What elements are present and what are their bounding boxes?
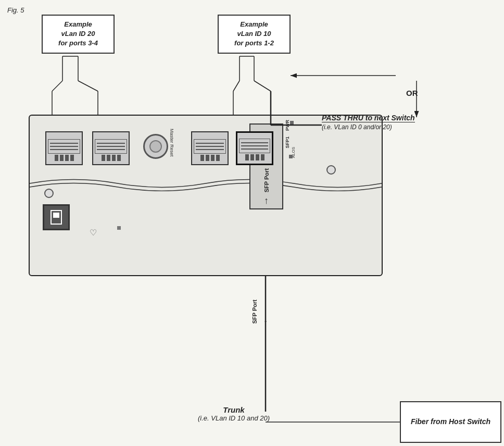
port-4-body <box>239 139 270 153</box>
port-1-line3 <box>50 149 78 150</box>
port-3-line2 <box>196 146 223 147</box>
tooth <box>250 154 254 160</box>
svg-line-13 <box>254 81 271 91</box>
port-2-teeth <box>102 155 121 161</box>
sfp-arrow-icon: ↑ <box>264 195 269 206</box>
tooth <box>200 155 204 161</box>
tooth <box>211 155 215 161</box>
fiber-box: Fiber from Host Switch <box>400 401 501 443</box>
passthru-container: PASS THRU to next Switch (i.e. VLan ID 0… <box>322 114 415 131</box>
usb-port <box>43 204 70 230</box>
trunk-label: Trunk <box>198 405 270 414</box>
vlan-box-10: Example vLan ID 10 for ports 1-2 <box>218 15 291 54</box>
port-3-body <box>194 139 225 154</box>
port-1-line2 <box>50 146 78 147</box>
trunk-sub-label: (i.e. VLan ID 10 and 20) <box>198 414 270 422</box>
port-4-line2 <box>241 145 268 146</box>
vlan20-line3: for ports 3-4 <box>48 39 108 48</box>
tooth <box>245 154 249 160</box>
sfp-port-label: SFP Port <box>263 168 270 192</box>
alos-led <box>289 155 293 158</box>
figure-label: Fig. 5 <box>7 6 24 14</box>
sfp-port-outside-label: SFP Port <box>251 300 258 324</box>
vlan20-line2: vLan ID 20 <box>48 29 108 39</box>
vlan20-line1: Example <box>48 20 108 29</box>
svg-line-3 <box>52 81 62 91</box>
passthru-sub-label: (i.e. VLan ID 0 and/or 20) <box>322 123 415 131</box>
port-3-line3 <box>196 149 223 150</box>
port-2-line2 <box>97 146 124 147</box>
pwr-label: PWR <box>285 120 290 131</box>
wave-separator <box>30 176 382 191</box>
tooth <box>112 155 116 161</box>
port-1-teeth <box>55 155 74 161</box>
led-indicator <box>117 226 121 230</box>
wifi-icon: ♡ <box>90 228 97 238</box>
indicator-circle-left <box>44 189 54 198</box>
trunk-container: Trunk (i.e. VLan ID 10 and 20) <box>198 405 270 422</box>
master-reset-button <box>143 134 168 159</box>
tooth <box>55 155 58 161</box>
fiber-label: Fiber from Host Switch <box>411 417 490 427</box>
tooth <box>65 155 69 161</box>
port-1-body <box>48 139 80 154</box>
svg-line-10 <box>233 81 240 91</box>
port-1 <box>45 131 83 165</box>
port-3 <box>191 131 229 165</box>
tooth <box>256 154 259 160</box>
port-1-line1 <box>50 143 78 144</box>
port-2-line1 <box>97 143 124 144</box>
or-label: OR <box>406 89 418 97</box>
port-3-teeth <box>200 155 220 161</box>
svg-rect-1 <box>53 213 59 218</box>
tooth <box>60 155 64 161</box>
port-2 <box>92 131 130 165</box>
vlan10-line3: for ports 1-2 <box>224 39 284 48</box>
tooth <box>216 155 220 161</box>
port-2-line3 <box>97 149 124 150</box>
tooth <box>107 155 110 161</box>
port-4-line3 <box>241 148 268 150</box>
tooth <box>117 155 121 161</box>
svg-line-6 <box>78 81 98 91</box>
tooth <box>261 154 264 160</box>
reset-inner <box>149 140 162 153</box>
pwr-led <box>290 121 294 125</box>
indicator-circle-right <box>326 165 336 175</box>
vlan10-line2: vLan ID 10 <box>224 29 284 39</box>
switch-box: ♡ SFP Port ↑ PWR SFP1 ALOS Master Reset <box>29 115 383 276</box>
usb-icon <box>50 209 62 225</box>
tooth <box>206 155 209 161</box>
vlan10-line1: Example <box>224 20 284 29</box>
port-2-body <box>95 139 127 154</box>
port-4-teeth <box>245 154 264 160</box>
sfp1-label: SFP1 <box>285 137 290 148</box>
tooth <box>102 155 105 161</box>
sfp-up-arrow: ↑ <box>263 318 268 327</box>
port-4-line1 <box>241 142 268 143</box>
port-4 <box>236 131 273 165</box>
tooth <box>70 155 74 161</box>
port-3-line1 <box>196 143 223 144</box>
master-reset-label: Master Reset <box>169 129 174 157</box>
passthru-label: PASS THRU to next Switch <box>322 114 415 122</box>
vlan-box-20: Example vLan ID 20 for ports 3-4 <box>42 15 115 54</box>
